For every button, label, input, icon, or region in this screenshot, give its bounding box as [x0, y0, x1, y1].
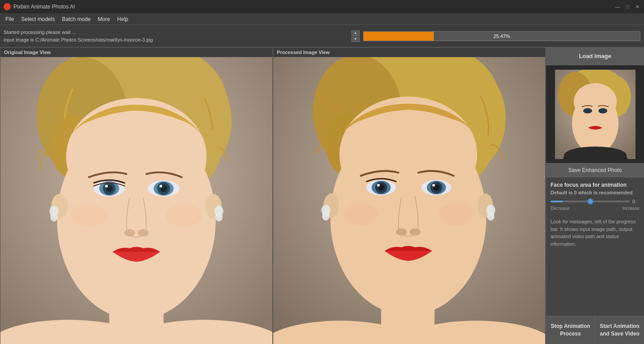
thumbnail-area	[546, 65, 644, 164]
slider-decrease-label: Decrease	[551, 206, 570, 211]
scroll-down-button[interactable]: ▼	[352, 37, 360, 42]
processed-image-area	[273, 57, 545, 344]
face-focus-section: Face focus area for animation Default is…	[546, 177, 644, 316]
right-sidebar: Load Image	[546, 47, 644, 344]
svg-point-8	[66, 98, 207, 215]
image-panels: Original Image View	[0, 47, 546, 344]
close-button[interactable]: ✕	[634, 4, 640, 10]
svg-point-16	[105, 185, 108, 188]
svg-point-55	[343, 204, 378, 226]
slider-row: 0	[551, 199, 640, 204]
svg-point-23	[138, 229, 148, 236]
app-icon	[4, 3, 11, 10]
svg-point-25	[166, 204, 202, 227]
window-controls: — □ ✕	[614, 4, 640, 10]
svg-point-24	[71, 204, 107, 227]
svg-point-29	[50, 213, 57, 222]
svg-point-31	[215, 213, 222, 222]
face-focus-subtitle: Default is 0 which is recommended	[551, 190, 640, 195]
svg-point-62	[487, 212, 494, 221]
menu-bar: File Select models Batch mode More Help	[0, 13, 644, 25]
svg-point-69	[583, 108, 592, 113]
svg-point-60	[322, 212, 329, 221]
svg-point-70	[598, 108, 607, 113]
processed-image-svg	[273, 57, 545, 344]
svg-point-68	[574, 83, 617, 121]
svg-point-22	[124, 229, 135, 236]
maximize-button[interactable]: □	[624, 4, 631, 10]
svg-point-21	[160, 185, 162, 188]
progress-bar: 25.47%	[363, 31, 640, 41]
minimize-button[interactable]: —	[614, 4, 621, 10]
processed-image-panel: Processed Image View	[273, 47, 546, 344]
status-text: Started processing please wait ... input…	[4, 29, 348, 43]
thumbnail-image	[555, 70, 636, 159]
slider-labels: Decrease Increase	[551, 206, 640, 211]
processed-panel-header: Processed Image View	[273, 48, 545, 57]
svg-point-52	[432, 184, 435, 187]
menu-help[interactable]: Help	[114, 15, 132, 24]
save-enhanced-button[interactable]: Save Enhanced Photo	[546, 164, 644, 177]
progress-label: 25.47%	[364, 34, 640, 39]
slider-increase-label: Increase	[623, 206, 640, 211]
app-title: Pixbim Animate Photos AI	[13, 4, 614, 10]
svg-point-53	[396, 228, 407, 235]
menu-batch-mode[interactable]: Batch mode	[59, 15, 94, 24]
slider-value: 0	[632, 199, 640, 204]
face-focus-title: Face focus area for animation	[551, 182, 640, 188]
bottom-buttons: Stop Animation Process Start Animation a…	[546, 316, 644, 344]
original-image-svg	[0, 57, 272, 344]
face-focus-slider[interactable]	[551, 201, 630, 202]
main-content: Original Image View	[0, 47, 644, 344]
panels-row: Original Image View	[0, 47, 546, 344]
svg-point-39	[339, 96, 477, 212]
load-image-button[interactable]: Load Image	[546, 47, 644, 65]
status-bar: Started processing please wait ... input…	[0, 25, 644, 47]
stop-animation-button[interactable]: Stop Animation Process	[546, 316, 595, 344]
original-image-panel: Original Image View	[0, 47, 273, 344]
title-bar: Pixbim Animate Photos AI — □ ✕	[0, 0, 644, 13]
progress-scroll-controls: ▲ ▼	[352, 30, 360, 42]
scroll-up-button[interactable]: ▲	[352, 30, 360, 36]
menu-file[interactable]: File	[2, 15, 17, 24]
menu-select-models[interactable]: Select models	[17, 15, 58, 24]
svg-point-47	[377, 184, 380, 187]
original-panel-header: Original Image View	[0, 48, 272, 57]
original-image-area	[0, 57, 272, 344]
svg-point-56	[439, 204, 473, 226]
svg-point-54	[410, 228, 420, 235]
start-animation-button[interactable]: Start Animation and Save Video	[595, 316, 644, 344]
info-text: Look for messages, left of the progress …	[551, 218, 640, 248]
menu-more[interactable]: More	[94, 15, 114, 24]
